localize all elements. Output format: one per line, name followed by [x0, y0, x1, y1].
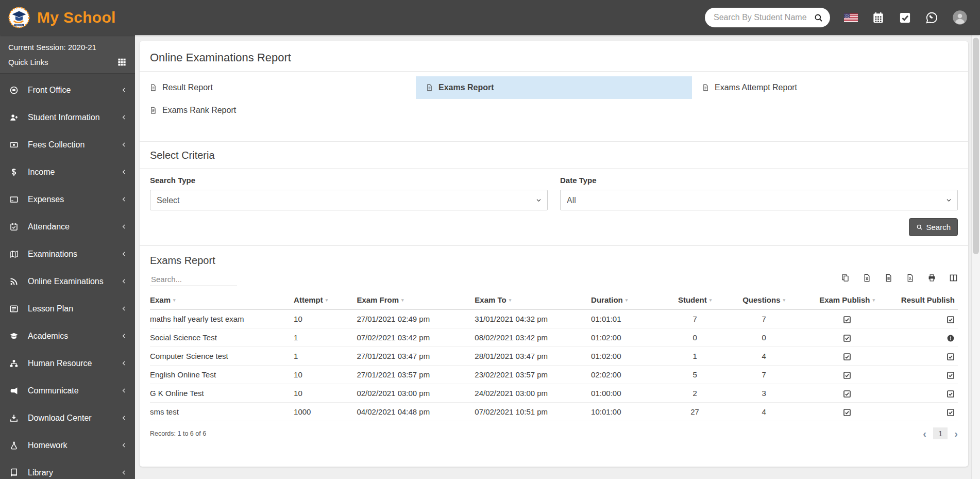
report-link-exams-attempt-report[interactable]: Exams Attempt Report	[692, 76, 968, 99]
column-header-attempt[interactable]: Attempt▾	[294, 291, 357, 310]
copy-icon[interactable]	[841, 273, 850, 283]
search-type-select[interactable]: Select	[150, 190, 547, 210]
cell-student: 2	[663, 384, 727, 403]
cell-result-publish	[893, 328, 958, 347]
cell-exam-to: 24/02/2021 03:00 pm	[475, 384, 591, 403]
pagination-next[interactable]: ›	[954, 428, 958, 439]
cell-exam: G K Online Test	[150, 384, 294, 403]
cell-duration: 01:00:00	[591, 384, 663, 403]
download-center-icon	[9, 414, 28, 423]
search-button[interactable]: Search	[909, 218, 958, 236]
brand-name: My School	[37, 9, 116, 26]
report-link-exams-report[interactable]: Exams Report	[416, 76, 692, 99]
check-square-icon	[843, 316, 851, 324]
column-header-questions[interactable]: Questions▾	[727, 291, 801, 310]
sort-icon: ▾	[873, 298, 875, 303]
cell-duration: 01:01:01	[591, 310, 663, 328]
file-report-icon	[149, 106, 157, 115]
whatsapp-icon[interactable]	[925, 11, 938, 24]
sidebar-item-communicate[interactable]: Communicate	[0, 377, 135, 404]
cell-attempt: 1000	[294, 403, 357, 421]
check-square-icon	[843, 371, 851, 379]
columns-icon[interactable]	[949, 273, 958, 283]
th-grid-icon[interactable]	[117, 57, 127, 67]
front-office-icon	[9, 86, 28, 95]
cell-exam: Social Science Test	[150, 328, 294, 347]
cell-exam: sms test	[150, 403, 294, 421]
session-block: Current Session: 2020-21 Quick Links	[0, 35, 135, 74]
top-navbar: SCHOOL My School	[0, 0, 980, 35]
cell-attempt: 10	[294, 310, 357, 328]
excel-icon[interactable]	[863, 273, 871, 283]
column-header-result-publish[interactable]: Result Publish	[893, 291, 958, 310]
cell-exam-to: 07/02/2021 10:51 pm	[475, 403, 591, 421]
report-link-result-report[interactable]: Result Report	[140, 76, 416, 99]
cell-duration: 02:02:00	[591, 366, 663, 384]
cell-exam-to: 08/02/2021 03:42 pm	[475, 328, 591, 347]
tasks-icon[interactable]	[899, 11, 911, 24]
report-link-label: Result Report	[162, 83, 213, 92]
column-header-student[interactable]: Student▾	[663, 291, 727, 310]
chevron-left-icon	[121, 169, 127, 175]
sidebar-item-examinations[interactable]: Examinations	[0, 240, 135, 268]
sidebar-item-lesson-plan[interactable]: Lesson Plan	[0, 295, 135, 322]
print-icon[interactable]	[927, 273, 936, 283]
check-square-icon	[843, 353, 851, 361]
pagination-prev[interactable]: ‹	[923, 428, 926, 439]
scrollbar-thumb[interactable]	[973, 38, 979, 254]
us-flag-icon[interactable]	[844, 13, 858, 22]
sidebar-item-academics[interactable]: Academics	[0, 322, 135, 350]
calendar-icon[interactable]	[872, 11, 885, 24]
cell-duration: 01:02:00	[591, 328, 663, 347]
expenses-icon	[9, 195, 28, 204]
vertical-scrollbar[interactable]	[971, 35, 980, 479]
student-information-icon	[9, 113, 28, 122]
sidebar-item-label: Academics	[28, 332, 68, 341]
records-summary: Records: 1 to 6 of 6	[150, 430, 206, 437]
report-link-label: Exams Report	[438, 83, 494, 92]
sidebar-item-download-center[interactable]: Download Center	[0, 404, 135, 432]
sidebar-item-fees-collection[interactable]: Fees Collection	[0, 131, 135, 158]
student-search[interactable]	[705, 8, 830, 27]
sidebar-item-homework[interactable]: Homework	[0, 432, 135, 459]
date-type-select[interactable]: All	[561, 190, 957, 210]
file-lines-icon[interactable]	[884, 273, 893, 283]
column-header-exam-publish[interactable]: Exam Publish▾	[801, 291, 893, 310]
chevron-left-icon	[121, 470, 127, 475]
sidebar-item-library[interactable]: Library	[0, 459, 135, 479]
student-search-input[interactable]	[713, 12, 810, 23]
alert-circle-icon	[947, 334, 955, 342]
sidebar-item-front-office[interactable]: Front Office	[0, 76, 135, 104]
check-square-icon	[843, 408, 851, 417]
page-title-section: Online Examinations Report	[140, 41, 968, 72]
column-header-duration[interactable]: Duration▾	[591, 291, 663, 310]
cell-student: 7	[663, 310, 727, 328]
chevron-left-icon	[121, 415, 127, 421]
cell-exam-publish	[801, 310, 893, 328]
sidebar-item-label: Communicate	[28, 386, 79, 395]
sidebar: Current Session: 2020-21 Quick Links Fro…	[0, 35, 135, 479]
brand[interactable]: SCHOOL My School	[0, 6, 135, 29]
cell-questions: 3	[727, 384, 801, 403]
user-avatar-icon[interactable]	[952, 10, 968, 25]
search-icon[interactable]	[814, 13, 823, 23]
sidebar-item-label: Homework	[28, 441, 67, 450]
report-link-exams-rank-report[interactable]: Exams Rank Report	[140, 99, 416, 122]
sidebar-item-student-information[interactable]: Student Information	[0, 104, 135, 131]
sidebar-item-attendance[interactable]: Attendance	[0, 213, 135, 240]
file-report-icon	[702, 83, 709, 92]
table-search-input[interactable]	[150, 273, 237, 286]
table-row: maths half yearly test exam1027/01/2021 …	[150, 310, 958, 328]
criteria-form: Search Type Select Date Type All	[140, 169, 968, 210]
cell-exam-from: 07/02/2021 03:42 pm	[357, 328, 475, 347]
pdf-icon[interactable]	[906, 273, 915, 283]
sidebar-item-human-resource[interactable]: Human Resource	[0, 350, 135, 377]
sidebar-item-income[interactable]: Income	[0, 158, 135, 186]
column-header-exam-to[interactable]: Exam To▾	[475, 291, 591, 310]
sidebar-item-expenses[interactable]: Expenses	[0, 186, 135, 213]
column-header-exam-from[interactable]: Exam From▾	[357, 291, 475, 310]
column-header-exam[interactable]: Exam▾	[150, 291, 294, 310]
pagination-page-1[interactable]: 1	[933, 427, 948, 439]
sidebar-item-online-examinations[interactable]: Online Examinations	[0, 268, 135, 295]
quick-links-label: Quick Links	[8, 58, 48, 67]
